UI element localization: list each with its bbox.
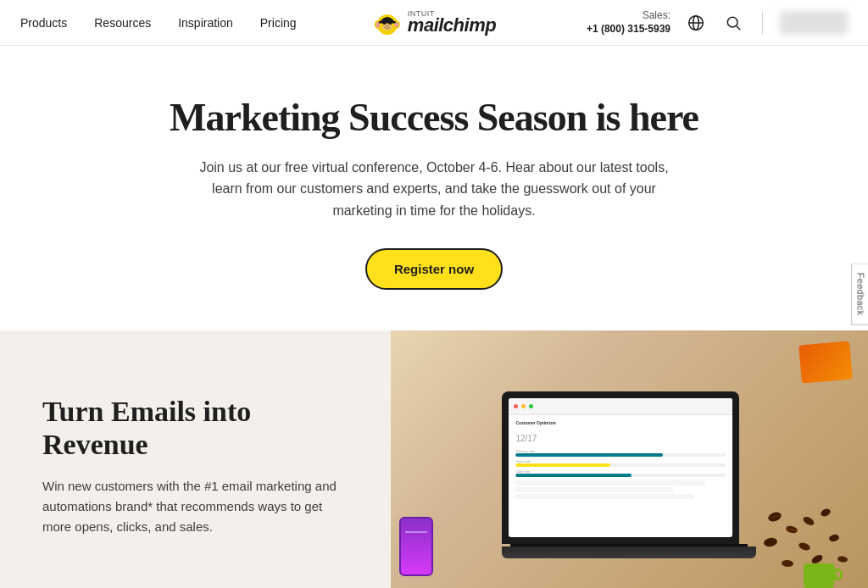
feature-body: Win new customers with the #1 email mark… [42,476,348,537]
search-button[interactable] [721,11,745,35]
svg-point-22 [820,508,832,518]
screen-metric: 12/17 [515,429,726,444]
screen-tab-label: Customer Optimizer [515,420,726,425]
svg-point-23 [798,541,811,552]
sales-info: Sales: +1 (800) 315-5939 [587,9,670,36]
bar-fill-3 [515,474,631,477]
data-row-2 [515,487,673,492]
bar-fill-2 [515,463,610,467]
data-row-1 [515,480,704,485]
nav-links: Products Resources Inspiration Pricing [20,16,297,30]
hero-heading: Marketing Success Season is here [137,97,731,140]
register-now-button[interactable]: Register now [365,248,503,290]
svg-rect-12 [379,21,396,24]
svg-point-11 [385,25,389,27]
globe-button[interactable] [684,11,708,35]
svg-point-24 [828,534,840,543]
main-nav: Products Resources Inspiration Pricing [0,0,868,46]
feature-image-block: Customer Optimizer 12/17 Delivery rate [391,330,868,588]
search-icon [725,14,742,31]
screen-content-area: Customer Optimizer 12/17 Delivery rate [509,415,732,537]
feature-text-block: Turn Emails into Revenue Win new custome… [0,330,391,588]
logo-text-group: intuit mailchimp [408,10,496,35]
screen-dot-green [529,404,533,408]
feature-heading: Turn Emails into Revenue [42,395,357,461]
orange-box-decoration [798,341,853,384]
bar-track-1 [515,453,726,457]
nav-products[interactable]: Products [20,16,67,30]
bar-track-2 [515,463,726,467]
sales-label: Sales: [587,9,670,23]
screen-metric-sub: /17 [526,434,537,443]
feature-section: Turn Emails into Revenue Win new custome… [0,330,868,588]
screen-data-rows [515,480,726,499]
svg-point-16 [727,17,737,27]
hero-section: Marketing Success Season is here Join us… [0,46,868,330]
site-logo[interactable]: intuit mailchimp [372,8,496,38]
bar-track-3 [515,474,726,477]
feedback-tab[interactable]: Feedback [852,263,868,325]
bar-fill-1 [515,453,663,457]
nav-pricing[interactable]: Pricing [260,16,297,30]
coffee-can-decoration [399,517,433,576]
laptop-mockup: Customer Optimizer 12/17 Delivery rate [502,391,756,558]
svg-point-20 [763,537,777,548]
user-avatar[interactable] [780,11,848,35]
laptop-base [502,546,756,558]
bar-label-3: Click rate [515,469,726,477]
screen-dot-red [514,404,518,408]
bar-label-1: Delivery rate [515,449,726,457]
svg-point-26 [810,553,824,565]
sales-number: +1 (800) 315-5939 [587,23,670,36]
data-row-3 [515,494,694,499]
svg-point-27 [837,556,848,563]
bar-label-2: Open rate [515,459,726,467]
logo-brand-name: mailchimp [408,16,496,35]
globe-icon [687,14,704,31]
mailchimp-monkey-icon [372,8,403,38]
screen-dot-yellow [521,404,526,408]
screen-header [509,398,732,415]
screen-inner: Customer Optimizer 12/17 Delivery rate [509,398,732,537]
laptop-scene: Customer Optimizer 12/17 Delivery rate [391,330,868,588]
nav-resources[interactable]: Resources [94,16,151,30]
svg-point-21 [802,515,815,527]
coffee-beans-decoration [758,500,860,585]
nav-inspiration[interactable]: Inspiration [178,16,233,30]
svg-point-25 [782,560,794,568]
screen-bars: Delivery rate Open rate [515,449,726,477]
svg-line-17 [737,25,741,30]
nav-divider [762,11,763,35]
laptop-screen: Customer Optimizer 12/17 Delivery rate [502,391,739,544]
nav-right-section: Sales: +1 (800) 315-5939 [587,9,848,36]
hero-body: Join us at our free virtual conference, … [197,157,671,222]
